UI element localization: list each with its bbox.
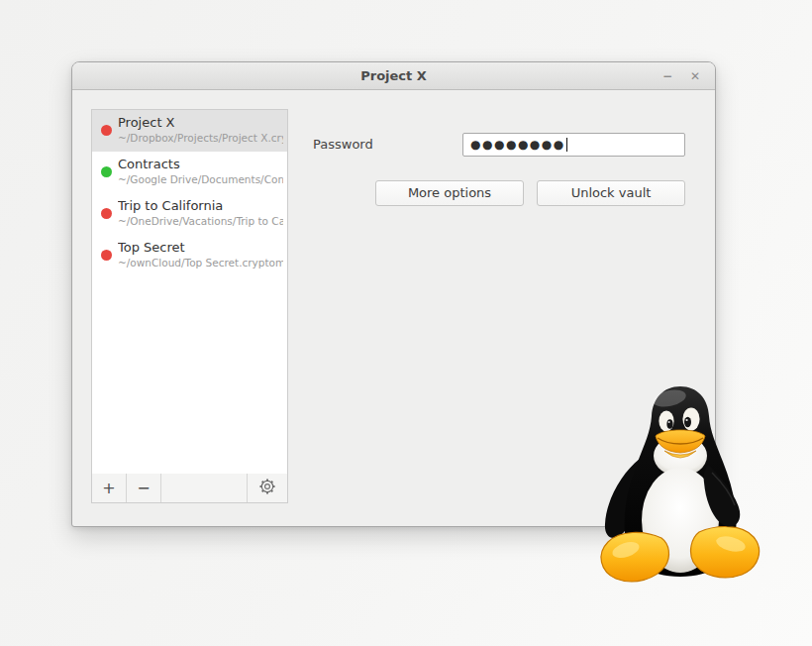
toolbar-spacer bbox=[161, 474, 248, 502]
password-masked-value: ●●●●●●●● bbox=[470, 139, 565, 151]
vault-path: ~/OneDrive/Vacations/Trip to Ca… bbox=[118, 215, 283, 227]
vault-status-icon bbox=[101, 166, 112, 177]
gear-icon bbox=[258, 478, 276, 499]
vault-list[interactable]: Project X ~/Dropbox/Projects/Project X.c… bbox=[91, 109, 288, 475]
window-title: Project X bbox=[72, 62, 715, 90]
window-titlebar[interactable]: Project X − ✕ bbox=[72, 62, 715, 90]
settings-button[interactable] bbox=[248, 474, 287, 502]
remove-vault-button[interactable]: − bbox=[127, 474, 161, 502]
text-cursor bbox=[566, 138, 567, 152]
vault-list-item[interactable]: Contracts ~/Google Drive/Documents/Cont… bbox=[92, 152, 287, 193]
vault-status-icon bbox=[101, 208, 112, 219]
close-button[interactable]: ✕ bbox=[687, 68, 703, 84]
password-input[interactable]: ●●●●●●●● bbox=[462, 133, 685, 157]
vault-list-item[interactable]: Trip to California ~/OneDrive/Vacations/… bbox=[92, 193, 287, 235]
vault-status-icon bbox=[101, 250, 112, 261]
password-label: Password bbox=[313, 133, 373, 157]
vault-name: Contracts bbox=[118, 157, 283, 171]
page-background: Project X − ✕ Project X ~/Dropbox/Projec… bbox=[0, 0, 812, 646]
vault-toolbar: + − bbox=[91, 474, 288, 503]
tux-penguin-mascot bbox=[592, 381, 761, 592]
vault-list-item[interactable]: Project X ~/Dropbox/Projects/Project X.c… bbox=[92, 110, 287, 152]
vault-status-icon bbox=[101, 125, 112, 136]
vault-path: ~/Dropbox/Projects/Project X.cry… bbox=[118, 132, 283, 144]
vault-list-item[interactable]: Top Secret ~/ownCloud/Top Secret.cryptom… bbox=[92, 235, 287, 276]
vault-name: Top Secret bbox=[118, 240, 283, 255]
vault-path: ~/Google Drive/Documents/Cont… bbox=[118, 173, 283, 185]
add-vault-button[interactable]: + bbox=[92, 474, 127, 502]
more-options-button[interactable]: More options bbox=[375, 180, 524, 206]
window-controls: − ✕ bbox=[660, 62, 703, 90]
vault-path: ~/ownCloud/Top Secret.cryptom… bbox=[118, 257, 283, 269]
vault-name: Project X bbox=[118, 115, 283, 130]
unlock-vault-button[interactable]: Unlock vault bbox=[537, 180, 685, 206]
vault-name: Trip to California bbox=[118, 198, 283, 213]
minimize-button[interactable]: − bbox=[660, 68, 675, 84]
